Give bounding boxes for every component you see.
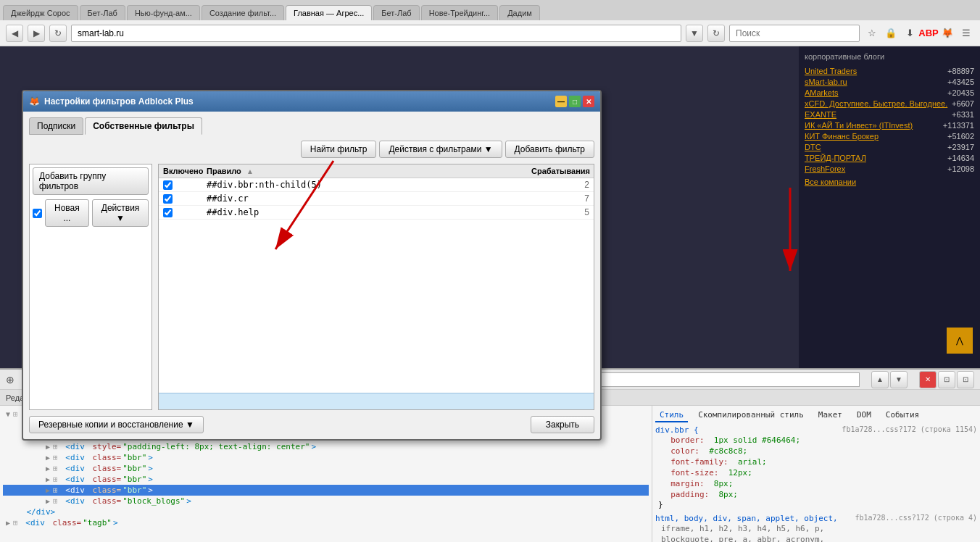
dialog-body: Подписки Собственные фильтры Найти фильт… (23, 112, 600, 439)
dialog-controls: — □ ✕ (555, 96, 594, 107)
abp-icon[interactable]: ABP (921, 25, 937, 41)
tab-6[interactable]: Бет-Лаб (373, 5, 419, 20)
close-button[interactable]: ✕ (583, 96, 594, 107)
dialog-overlay: 🦊 Настройки фильтров Adblock Plus — □ ✕ … (0, 46, 980, 542)
filter-row-2[interactable]: ##div.cr 7 (159, 192, 594, 206)
dialog-tab-subscriptions[interactable]: Подписки (29, 117, 83, 135)
tab-1[interactable]: Джейрдж Сорос (3, 5, 78, 20)
new-filter-checkbox[interactable] (33, 209, 42, 218)
actions-dropdown[interactable]: Действия ▼ (92, 199, 149, 227)
tab-3[interactable]: Нью-фунд-ам... (127, 5, 200, 20)
maximize-button[interactable]: □ (569, 96, 581, 107)
dialog-footer: Резервные копии и восстановление ▼ Закры… (29, 416, 594, 433)
main-area: корпоративные блоги United Traders+88897… (0, 46, 980, 542)
new-filter-row: Новая ... Действия ▼ (33, 199, 149, 227)
col-rule-header[interactable]: Правило ▲ (207, 167, 517, 175)
dialog-tab-bar: Подписки Собственные фильтры (29, 117, 594, 135)
dialog-content: Добавить группу фильтров Новая ... Дейст… (29, 164, 594, 410)
col-hits-header: Срабатывания (531, 167, 589, 175)
tab-8[interactable]: Дадим (499, 5, 540, 20)
filter-2-checkbox[interactable] (163, 194, 173, 204)
filter-1-hits: 2 (531, 180, 589, 190)
browser-window: Джейрдж Сорос Бет-Лаб Нью-фунд-ам... Соз… (0, 0, 980, 542)
adblock-dialog: 🦊 Настройки фильтров Adblock Plus — □ ✕ … (22, 90, 602, 441)
actions-button[interactable]: Действия с фильтрами ▼ (379, 141, 502, 158)
go-button[interactable]: ▼ (686, 25, 703, 42)
toolbar-icons: ☆ 🔒 ⬇ ABP 🦊 ☰ (864, 25, 974, 41)
dialog-toolbar: Найти фильтр Действия с фильтрами ▼ Доба… (29, 141, 594, 158)
add-filter-button[interactable]: Добавить фильтр (505, 141, 594, 158)
filter-2-hits: 7 (531, 193, 589, 204)
tab-bar: Джейрдж Сорос Бет-Лаб Нью-фунд-ам... Соз… (0, 0, 980, 20)
tab-4[interactable]: Создание фильт... (202, 5, 284, 20)
filter-3-checkbox[interactable] (163, 208, 173, 217)
filter-1-rule: ##div.bbr:nth-child(5) (207, 180, 517, 190)
col-enabled-header: Включено (163, 167, 207, 175)
dialog-close-button[interactable]: Закрыть (531, 416, 594, 433)
filter-table-empty (159, 220, 594, 393)
filter-2-rule: ##div.cr (207, 193, 517, 204)
filter-row-3[interactable]: ##div.help 5 (159, 206, 594, 220)
dialog-title-icon: 🦊 (29, 96, 40, 107)
back-button[interactable]: ◀ (6, 25, 23, 42)
new-filter-button[interactable]: Новая ... (45, 199, 89, 227)
menu-icon[interactable]: ☰ (958, 25, 974, 41)
bookmark-icon[interactable]: ☆ (864, 25, 880, 41)
find-filter-button[interactable]: Найти фильтр (301, 141, 377, 158)
filter-input-field[interactable] (159, 393, 594, 409)
refresh-button[interactable]: ↻ (49, 25, 67, 42)
add-group-button[interactable]: Добавить группу фильтров (33, 167, 149, 195)
address-bar[interactable] (71, 25, 681, 42)
dialog-title: 🦊 Настройки фильтров Adblock Plus (29, 96, 194, 107)
filter-table: Включено Правило ▲ Срабатывания (158, 164, 594, 410)
filter-3-rule: ##div.help (207, 207, 517, 217)
tab-2[interactable]: Бет-Лаб (80, 5, 125, 20)
filter-3-hits: 5 (531, 207, 589, 217)
filter-row-1[interactable]: ##div.bbr:nth-child(5) 2 (159, 178, 594, 192)
tab-7[interactable]: Нове-Трейдинг... (421, 5, 499, 20)
browser-toolbar: ◀ ▶ ↻ ▼ ↻ ☆ 🔒 ⬇ ABP 🦊 ☰ (0, 20, 980, 46)
reload-btn[interactable]: ↻ (707, 25, 725, 42)
addon-icon[interactable]: 🦊 (939, 25, 955, 41)
filter-table-header: Включено Правило ▲ Срабатывания (159, 164, 594, 178)
dialog-titlebar: 🦊 Настройки фильтров Adblock Plus — □ ✕ (23, 91, 600, 112)
backup-button[interactable]: Резервные копии и восстановление ▼ (29, 416, 204, 433)
filter-groups-panel: Добавить группу фильтров Новая ... Дейст… (29, 164, 152, 410)
dialog-tab-custom[interactable]: Собственные фильтры (85, 117, 202, 135)
minimize-button[interactable]: — (555, 96, 567, 107)
search-input[interactable] (729, 25, 860, 42)
tab-5[interactable]: Главная — Агрес... (286, 5, 372, 20)
forward-button[interactable]: ▶ (28, 25, 45, 42)
filter-1-checkbox[interactable] (163, 180, 173, 190)
lock-icon[interactable]: 🔒 (883, 25, 899, 41)
download-icon[interactable]: ⬇ (902, 25, 918, 41)
dialog-title-text: Настройки фильтров Adblock Plus (44, 96, 194, 107)
